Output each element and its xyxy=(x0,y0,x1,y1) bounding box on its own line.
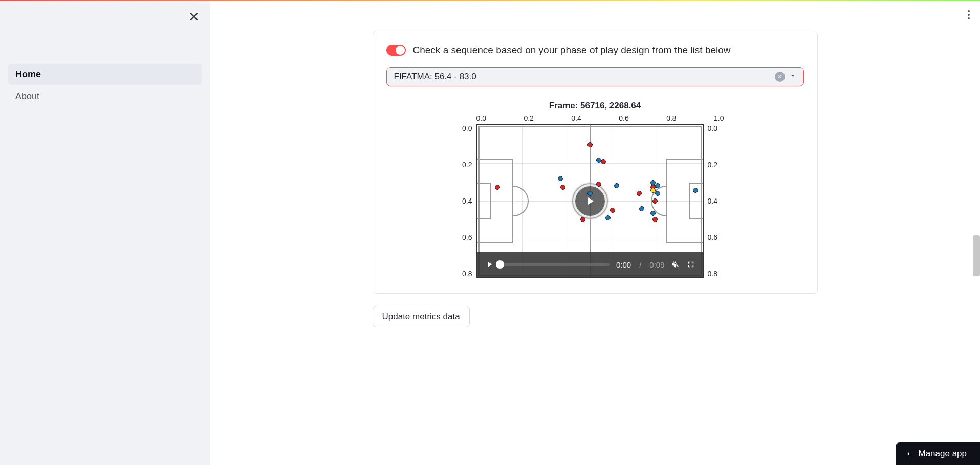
xtick: 0.4 xyxy=(571,114,581,122)
sequence-toggle[interactable] xyxy=(386,45,406,56)
y-axis-ticks-left: 0.0 0.2 0.4 0.6 0.8 xyxy=(452,124,476,278)
data-point-red xyxy=(587,142,593,147)
video-play-button[interactable] xyxy=(485,260,494,269)
xtick: 0.8 xyxy=(666,114,676,122)
toggle-knob xyxy=(396,46,405,55)
data-point-blue xyxy=(587,191,593,196)
chevron-down-icon xyxy=(789,72,796,82)
ytick: 0.4 xyxy=(456,197,472,205)
ytick: 0.8 xyxy=(708,270,719,278)
data-point-blue xyxy=(605,215,611,220)
sidebar-item-label: Home xyxy=(15,69,41,79)
chart-container: Frame: 56716, 2268.64 0.0 0.2 0.4 0.6 0.… xyxy=(386,101,804,278)
fullscreen-icon[interactable] xyxy=(686,260,695,269)
close-sidebar-button[interactable]: ✕ xyxy=(188,10,200,24)
data-point-blue xyxy=(693,188,698,193)
xtick: 1.0 xyxy=(714,114,724,122)
video-controls: 0:00 / 0:09 xyxy=(477,252,703,277)
data-point-red xyxy=(652,198,658,204)
toggle-label: Check a sequence based on your phase of … xyxy=(413,45,731,56)
xtick: 0.2 xyxy=(524,114,533,122)
data-point-red xyxy=(637,191,642,196)
data-point-red xyxy=(601,159,606,164)
sidebar-nav: Home About xyxy=(8,64,202,108)
sequence-card: Check a sequence based on your phase of … xyxy=(373,31,818,294)
select-clear-button[interactable]: ✕ xyxy=(775,72,785,82)
chevron-left-icon xyxy=(905,450,912,457)
data-point-blue xyxy=(655,183,660,188)
video-seek-thumb[interactable] xyxy=(496,260,504,269)
data-point-red xyxy=(610,208,615,213)
update-metrics-button[interactable]: Update metrics data xyxy=(373,306,470,327)
sidebar-item-home[interactable]: Home xyxy=(8,64,202,85)
toggle-row: Check a sequence based on your phase of … xyxy=(386,45,804,56)
y-axis-ticks-right: 0.0 0.2 0.4 0.6 0.8 xyxy=(704,124,723,278)
data-point-red xyxy=(580,217,585,222)
app-root: ✕ Home About Check a sequence based on y… xyxy=(0,0,980,465)
data-point-red xyxy=(560,185,565,190)
ytick: 0.0 xyxy=(456,124,472,132)
data-point-blue xyxy=(639,206,644,211)
x-axis-ticks: 0.0 0.2 0.4 0.6 0.8 1.0 xyxy=(452,114,738,124)
data-point-red xyxy=(652,217,658,222)
data-point-ball xyxy=(650,188,656,193)
ytick: 0.6 xyxy=(708,233,719,241)
video-seek-track[interactable] xyxy=(500,263,610,266)
manage-app-label: Manage app xyxy=(918,449,967,459)
top-accent-bar xyxy=(0,0,980,1)
xtick: 0.6 xyxy=(619,114,628,122)
ytick: 0.4 xyxy=(708,197,719,205)
data-point-blue xyxy=(614,183,619,188)
data-point-blue xyxy=(558,176,563,181)
xtick: 0.0 xyxy=(476,114,486,122)
ytick: 0.6 xyxy=(456,233,472,241)
sidebar-item-label: About xyxy=(15,91,39,101)
time-separator: / xyxy=(639,260,641,269)
sequence-select[interactable]: FIFATMA: 56.4 - 83.0 ✕ xyxy=(386,67,804,86)
ytick: 0.0 xyxy=(708,124,719,132)
data-point-blue xyxy=(596,158,601,163)
chart-title: Frame: 56716, 2268.64 xyxy=(452,101,738,111)
video-current-time: 0:00 xyxy=(616,260,631,269)
mute-icon[interactable] xyxy=(671,260,680,269)
select-value: FIFATMA: 56.4 - 83.0 xyxy=(394,72,775,82)
main-content: Check a sequence based on your phase of … xyxy=(210,0,980,465)
sidebar-item-about[interactable]: About xyxy=(8,86,202,107)
ytick: 0.8 xyxy=(456,270,472,278)
scrollbar-thumb[interactable] xyxy=(973,235,980,276)
video-total-time: 0:09 xyxy=(649,260,664,269)
data-point-blue xyxy=(655,191,660,196)
pitch-plot[interactable]: 0:00 / 0:09 xyxy=(476,124,704,278)
manage-app-button[interactable]: Manage app xyxy=(896,442,980,465)
data-point-red xyxy=(495,185,500,190)
data-point-red xyxy=(596,182,601,187)
data-point-blue xyxy=(650,211,656,216)
sidebar: ✕ Home About xyxy=(0,0,210,465)
ytick: 0.2 xyxy=(456,161,472,169)
ytick: 0.2 xyxy=(708,161,719,169)
main-menu-kebab[interactable] xyxy=(965,7,973,23)
button-label: Update metrics data xyxy=(382,312,460,321)
